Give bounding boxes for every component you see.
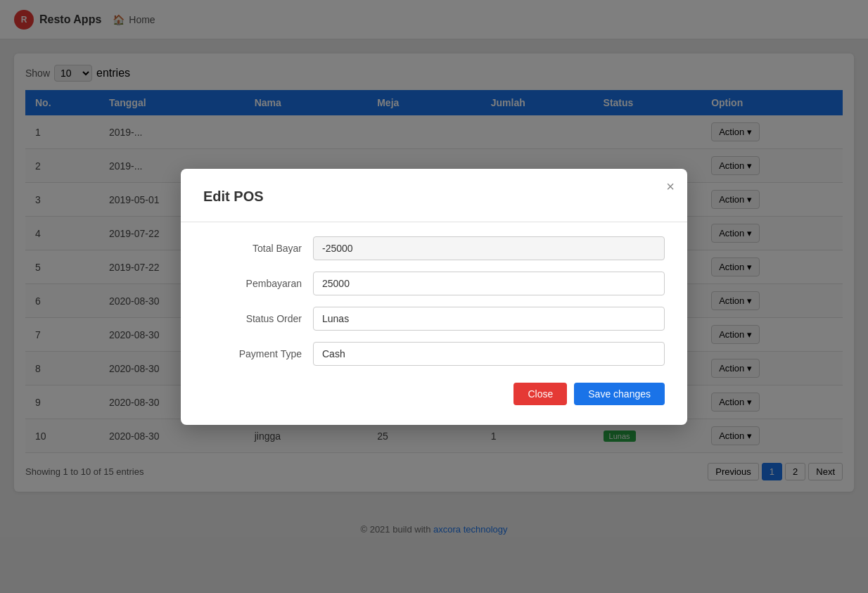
- modal-close-x-button[interactable]: ×: [666, 179, 675, 195]
- modal-title: Edit POS: [203, 189, 665, 205]
- pembayaran-label: Pembayaran: [203, 278, 302, 289]
- modal-overlay[interactable]: Edit POS × Total Bayar Pembayaran Status…: [0, 0, 868, 593]
- total-bayar-input[interactable]: [313, 236, 665, 260]
- status-order-label: Status Order: [203, 313, 302, 324]
- status-order-row: Status Order: [203, 307, 665, 331]
- pembayaran-row: Pembayaran: [203, 272, 665, 295]
- edit-pos-modal: Edit POS × Total Bayar Pembayaran Status…: [181, 169, 687, 425]
- status-order-input[interactable]: [313, 307, 665, 331]
- payment-type-row: Payment Type: [203, 342, 665, 366]
- close-button[interactable]: Close: [513, 383, 567, 405]
- save-changes-button[interactable]: Save changes: [574, 383, 665, 405]
- total-bayar-label: Total Bayar: [203, 243, 302, 254]
- payment-type-label: Payment Type: [203, 348, 302, 359]
- total-bayar-row: Total Bayar: [203, 236, 665, 260]
- pembayaran-input[interactable]: [313, 272, 665, 295]
- modal-footer: Close Save changes: [203, 383, 665, 405]
- payment-type-input[interactable]: [313, 342, 665, 366]
- modal-divider: [181, 222, 687, 222]
